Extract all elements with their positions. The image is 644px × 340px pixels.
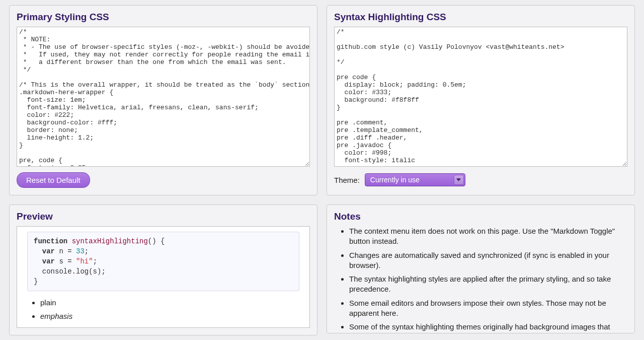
preview-content[interactable]: function syntaxHighlighting() { var n = … [17,226,310,328]
list-item: Some email editors and browsers impose t… [349,298,627,319]
preview-code-block: function syntaxHighlighting() { var n = … [27,232,299,291]
notes-title: Notes [334,211,627,222]
syntax-highlighting-panel: Syntax Highlighting CSS Theme: Currently… [327,5,635,195]
notes-panel: Notes The context menu item does not wor… [327,205,635,333]
preview-panel: Preview function syntaxHighlighting() { … [9,205,317,335]
list-item: plain [40,298,299,307]
reset-to-default-button[interactable]: Reset to Default [17,172,90,188]
syntax-highlighting-title: Syntax Highlighting CSS [334,12,627,23]
primary-styling-title: Primary Styling CSS [17,12,310,23]
primary-css-textarea[interactable] [17,27,310,167]
chevron-down-icon [454,175,464,185]
list-item: Changes are automatically saved and sync… [349,250,627,271]
notes-list: The context menu item does not work on t… [334,226,627,333]
page-scroll[interactable]: Primary Styling CSS Reset to Default Syn… [0,0,644,340]
list-item: emphasis [40,312,299,320]
syntax-css-textarea[interactable] [334,27,627,167]
list-item: Some of the syntax highlighting themes o… [349,322,627,333]
primary-styling-panel: Primary Styling CSS Reset to Default [9,5,317,195]
preview-list: plain emphasis [27,298,299,320]
theme-selected-value: Currently in use [370,176,420,184]
theme-select[interactable]: Currently in use [365,173,465,186]
list-item: The syntax highlighting styles are appli… [349,274,627,295]
list-item: The context menu item does not work on t… [349,226,627,247]
theme-label: Theme: [334,176,360,184]
preview-title: Preview [17,211,310,222]
